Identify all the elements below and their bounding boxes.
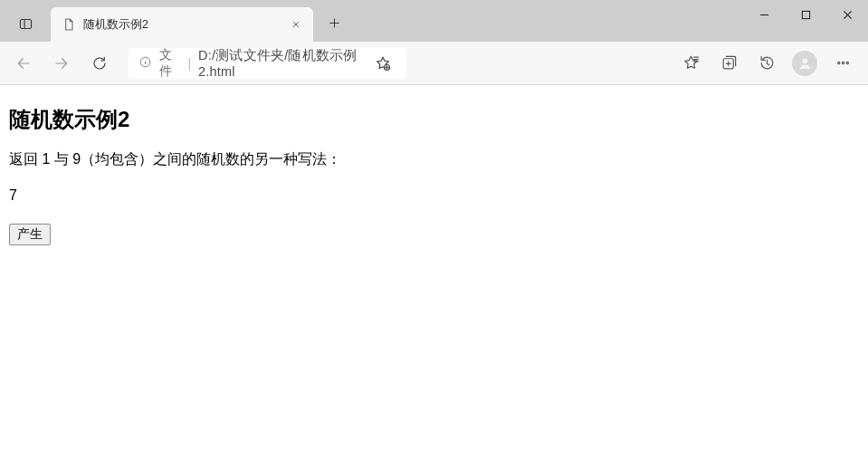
profile-avatar[interactable] xyxy=(792,51,817,76)
window-maximize-button[interactable] xyxy=(785,0,826,29)
page-heading: 随机数示例2 xyxy=(9,105,859,134)
svg-point-26 xyxy=(842,62,844,63)
favorites-button[interactable] xyxy=(672,45,709,81)
browser-tab[interactable]: 随机数示例2 xyxy=(51,7,313,42)
browser-toolbar: 文件 | D:/测试文件夹/随机数示例2.html xyxy=(0,42,868,85)
nav-back-button[interactable] xyxy=(5,45,42,81)
arrow-left-icon xyxy=(15,55,32,72)
app-menu-button[interactable] xyxy=(825,45,861,81)
reading-list-add-button[interactable] xyxy=(369,50,396,77)
close-icon xyxy=(291,20,300,29)
nav-forward-button[interactable] xyxy=(43,45,80,81)
tab-actions-button[interactable] xyxy=(10,8,41,39)
history-icon xyxy=(758,54,776,72)
star-icon xyxy=(682,54,700,72)
file-icon xyxy=(62,17,76,32)
history-button[interactable] xyxy=(749,45,785,81)
ellipsis-icon xyxy=(835,54,852,72)
toolbar-right-icons xyxy=(672,45,861,81)
star-plus-icon xyxy=(375,55,391,72)
page-description: 返回 1 与 9（均包含）之间的随机数的另一种写法： xyxy=(9,150,859,169)
avatar-icon xyxy=(797,55,813,71)
svg-point-27 xyxy=(846,62,848,63)
window-minimize-button[interactable] xyxy=(743,0,785,29)
plus-icon xyxy=(328,16,341,30)
minimize-icon xyxy=(759,10,769,20)
svg-point-25 xyxy=(837,62,839,63)
generate-button[interactable]: 产生 xyxy=(9,224,51,245)
page-content: 随机数示例2 返回 1 与 9（均包含）之间的随机数的另一种写法： 7 产生 xyxy=(0,85,868,459)
tab-title: 随机数示例2 xyxy=(83,17,288,33)
close-icon xyxy=(843,10,853,20)
maximize-icon xyxy=(801,10,811,20)
window-close-button[interactable] xyxy=(826,0,868,29)
svg-point-24 xyxy=(802,59,807,64)
url-text: D:/测试文件夹/随机数示例2.html xyxy=(198,47,361,79)
refresh-icon xyxy=(91,55,108,72)
collections-icon xyxy=(720,54,738,72)
site-info-icon xyxy=(138,55,152,72)
tab-close-button[interactable] xyxy=(288,16,304,33)
svg-rect-0 xyxy=(20,19,31,28)
collections-button[interactable] xyxy=(711,45,747,81)
address-bar[interactable]: 文件 | D:/测试文件夹/随机数示例2.html xyxy=(129,48,406,79)
svg-rect-7 xyxy=(802,11,809,18)
tab-actions-area xyxy=(0,0,51,42)
url-divider: | xyxy=(187,56,191,71)
arrow-right-icon xyxy=(53,55,70,72)
svg-point-14 xyxy=(145,59,146,60)
nav-refresh-button[interactable] xyxy=(81,45,118,81)
url-scheme-label: 文件 xyxy=(159,47,180,80)
titlebar: 随机数示例2 xyxy=(0,0,868,42)
new-tab-button[interactable] xyxy=(319,7,349,38)
window-controls xyxy=(743,0,868,34)
random-result: 7 xyxy=(9,187,859,204)
